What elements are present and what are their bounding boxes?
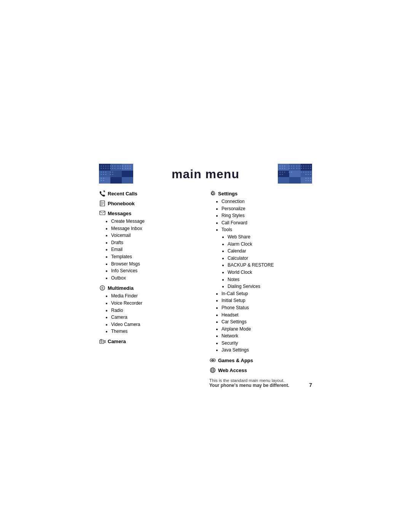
svg-point-99 bbox=[308, 174, 309, 175]
messages-sub-list: Create Message Message Inbox Voicemail D… bbox=[111, 218, 202, 281]
svg-point-88 bbox=[284, 172, 285, 173]
svg-point-30 bbox=[125, 166, 126, 167]
svg-point-39 bbox=[101, 174, 102, 175]
svg-point-68 bbox=[293, 166, 295, 167]
list-item: Email bbox=[111, 246, 202, 253]
svg-point-124 bbox=[213, 360, 215, 361]
svg-rect-52 bbox=[289, 164, 301, 171]
svg-point-105 bbox=[308, 180, 309, 181]
svg-point-62 bbox=[284, 166, 285, 167]
svg-point-43 bbox=[112, 172, 113, 173]
menu-item-header-multimedia: Multimedia bbox=[99, 284, 202, 291]
svg-point-12 bbox=[105, 166, 107, 167]
menu-item-phonebook: Phonebook bbox=[99, 200, 202, 207]
svg-point-29 bbox=[122, 168, 123, 169]
list-item: Video Camera bbox=[111, 321, 202, 328]
svg-point-74 bbox=[301, 166, 302, 167]
svg-rect-1 bbox=[99, 164, 110, 171]
list-item: World Clock bbox=[228, 269, 312, 276]
list-item: Calendar bbox=[228, 248, 312, 255]
list-item: Security bbox=[221, 340, 312, 347]
menu-item-header-games: Games & Apps bbox=[209, 357, 312, 364]
svg-point-83 bbox=[306, 168, 307, 169]
svg-point-44 bbox=[110, 174, 111, 175]
camera-icon bbox=[99, 338, 106, 345]
list-item: Call Forward bbox=[221, 219, 312, 227]
svg-point-98 bbox=[306, 174, 307, 175]
svg-rect-7 bbox=[99, 177, 110, 184]
svg-point-10 bbox=[101, 166, 102, 167]
svg-point-17 bbox=[108, 168, 109, 169]
svg-point-47 bbox=[103, 178, 104, 179]
svg-point-92 bbox=[291, 172, 292, 173]
list-item: Voicemail bbox=[111, 232, 202, 239]
camera-label: Camera bbox=[108, 339, 126, 344]
svg-point-20 bbox=[115, 166, 116, 167]
svg-point-19 bbox=[112, 166, 113, 167]
footer-note: This is the standard main menu layout. Y… bbox=[209, 378, 312, 388]
svg-rect-56 bbox=[301, 171, 312, 177]
list-item: Personalize bbox=[221, 205, 312, 212]
menu-item-camera: Camera bbox=[99, 338, 202, 345]
svg-point-72 bbox=[296, 166, 298, 167]
svg-rect-2 bbox=[110, 164, 122, 171]
svg-point-78 bbox=[301, 168, 302, 169]
svg-point-89 bbox=[280, 174, 281, 175]
svg-point-69 bbox=[289, 168, 290, 169]
svg-point-26 bbox=[122, 166, 123, 167]
list-item: Calculator bbox=[228, 255, 312, 262]
messages-icon bbox=[99, 210, 106, 217]
svg-point-23 bbox=[115, 168, 116, 169]
menu-item-settings: Settings Connection Personalize Ring Sty… bbox=[209, 190, 312, 354]
svg-point-85 bbox=[310, 168, 311, 169]
menu-item-header-messages: Messages bbox=[99, 210, 202, 217]
list-item: Camera bbox=[111, 314, 202, 321]
list-item: Outbox bbox=[111, 275, 202, 282]
svg-point-102 bbox=[308, 178, 309, 179]
svg-point-34 bbox=[127, 168, 129, 169]
svg-point-42 bbox=[110, 172, 111, 173]
svg-point-35 bbox=[130, 168, 131, 169]
svg-rect-112 bbox=[100, 211, 105, 215]
tools-sub-list: Web Share Alarm Clock Calendar Calculato… bbox=[228, 233, 312, 290]
svg-point-82 bbox=[310, 166, 311, 167]
menu-item-messages: Messages Create Message Message Inbox Vo… bbox=[99, 210, 202, 281]
list-item: Connection bbox=[221, 198, 312, 205]
svg-point-71 bbox=[293, 168, 295, 169]
svg-point-103 bbox=[310, 178, 311, 179]
svg-point-49 bbox=[103, 180, 104, 181]
svg-point-81 bbox=[308, 166, 309, 167]
page-title: main menu bbox=[133, 167, 278, 181]
list-item: Phone Status bbox=[221, 304, 312, 312]
footer-note-text: This is the standard main menu layout. bbox=[209, 378, 285, 383]
web-access-icon bbox=[209, 367, 216, 374]
svg-point-41 bbox=[105, 174, 107, 175]
list-item: Create Message bbox=[111, 218, 202, 225]
list-item: Drafts bbox=[111, 239, 202, 246]
list-item: Voice Recorder bbox=[111, 300, 202, 307]
svg-point-36 bbox=[101, 172, 102, 173]
svg-point-24 bbox=[118, 166, 119, 167]
svg-rect-6 bbox=[122, 171, 133, 177]
svg-point-90 bbox=[282, 174, 283, 175]
svg-point-60 bbox=[280, 166, 281, 167]
svg-point-33 bbox=[125, 168, 126, 169]
list-item: Airplane Mode bbox=[221, 326, 312, 333]
svg-point-38 bbox=[105, 172, 107, 173]
menu-item-recent-calls: Recent Calls bbox=[99, 190, 202, 197]
menu-item-header-web: Web Access bbox=[209, 367, 312, 374]
svg-point-21 bbox=[110, 168, 111, 169]
svg-point-96 bbox=[308, 172, 309, 173]
svg-point-18 bbox=[110, 166, 111, 167]
phonebook-label: Phonebook bbox=[108, 201, 135, 206]
svg-point-63 bbox=[280, 168, 281, 169]
svg-rect-53 bbox=[301, 164, 312, 171]
multimedia-label: Multimedia bbox=[108, 285, 134, 291]
list-item: Browser Msgs bbox=[111, 260, 202, 268]
svg-point-87 bbox=[282, 172, 283, 173]
list-item: Initial Setup bbox=[221, 297, 312, 304]
svg-point-25 bbox=[120, 166, 121, 167]
svg-point-16 bbox=[105, 168, 107, 169]
list-item: Info Services bbox=[111, 267, 202, 275]
svg-point-114 bbox=[102, 287, 103, 289]
